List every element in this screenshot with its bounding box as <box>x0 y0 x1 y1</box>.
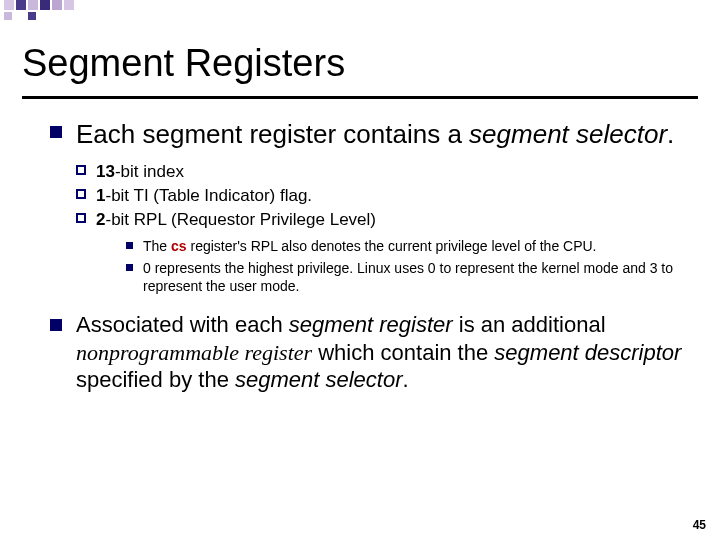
text-span: . <box>667 119 674 149</box>
deco-sq <box>16 0 26 10</box>
bullet-text: The cs register's RPL also denotes the c… <box>143 237 597 255</box>
bullet-text: Associated with each segment register is… <box>76 311 690 394</box>
text-span: -bit TI (Table Indicator) flag. <box>105 186 312 205</box>
square-bullet-icon <box>50 319 62 331</box>
hollow-square-icon <box>76 165 86 175</box>
text-span: . <box>403 367 409 392</box>
text-span: is an additional <box>453 312 606 337</box>
bullet-text: 0 represents the highest privilege. Linu… <box>143 259 690 295</box>
bullet-level3: The cs register's RPL also denotes the c… <box>126 237 690 255</box>
text-emphasis: segment descriptor <box>494 340 681 365</box>
bullet-level1: Associated with each segment register is… <box>50 311 690 394</box>
bullet-level1: Each segment register contains a segment… <box>50 118 690 151</box>
deco-sq <box>28 12 36 20</box>
bullet-text: 1-bit TI (Table Indicator) flag. <box>96 185 312 207</box>
deco-sq <box>64 0 74 10</box>
bullet-level3: 0 represents the highest privilege. Linu… <box>126 259 690 295</box>
deco-sq <box>40 0 50 10</box>
text-span: Associated with each <box>76 312 289 337</box>
text-span: Each segment register contains a <box>76 119 469 149</box>
bullet-text: 2-bit RPL (Requestor Privilege Level) <box>96 209 376 231</box>
bullet-level2: 2-bit RPL (Requestor Privilege Level) <box>76 209 690 231</box>
deco-sq <box>4 12 12 20</box>
hollow-square-icon <box>76 213 86 223</box>
bullet-level2: 13-bit index <box>76 161 690 183</box>
sub-sub-list: The cs register's RPL also denotes the c… <box>126 237 690 296</box>
bullet-level2: 1-bit TI (Table Indicator) flag. <box>76 185 690 207</box>
text-span: specified by the <box>76 367 235 392</box>
bullet-text: 13-bit index <box>96 161 184 183</box>
text-emphasis: segment register <box>289 312 453 337</box>
text-span: The <box>143 238 171 254</box>
cs-register: cs <box>171 238 187 254</box>
deco-sq <box>52 0 62 10</box>
bold-num: 13 <box>96 162 115 181</box>
deco-sq <box>28 0 38 10</box>
title-underline <box>22 96 698 99</box>
bullet-text: Each segment register contains a segment… <box>76 118 674 151</box>
small-square-icon <box>126 242 133 249</box>
hollow-square-icon <box>76 189 86 199</box>
text-emphasis: segment selector <box>235 367 403 392</box>
text-span: register's RPL also denotes the current … <box>187 238 597 254</box>
page-number: 45 <box>693 518 706 532</box>
small-square-icon <box>126 264 133 271</box>
deco-sq <box>4 0 14 10</box>
sub-list: 13-bit index 1-bit TI (Table Indicator) … <box>76 161 690 296</box>
text-span: which contain the <box>312 340 494 365</box>
square-bullet-icon <box>50 126 62 138</box>
text-emphasis-serif: nonprogrammable register <box>76 340 312 365</box>
decorative-squares <box>0 0 720 14</box>
slide-content: Each segment register contains a segment… <box>50 118 690 404</box>
text-emphasis: segment selector <box>469 119 667 149</box>
text-span: -bit RPL (Requestor Privilege Level) <box>105 210 376 229</box>
slide-title: Segment Registers <box>22 42 345 85</box>
text-span: -bit index <box>115 162 184 181</box>
